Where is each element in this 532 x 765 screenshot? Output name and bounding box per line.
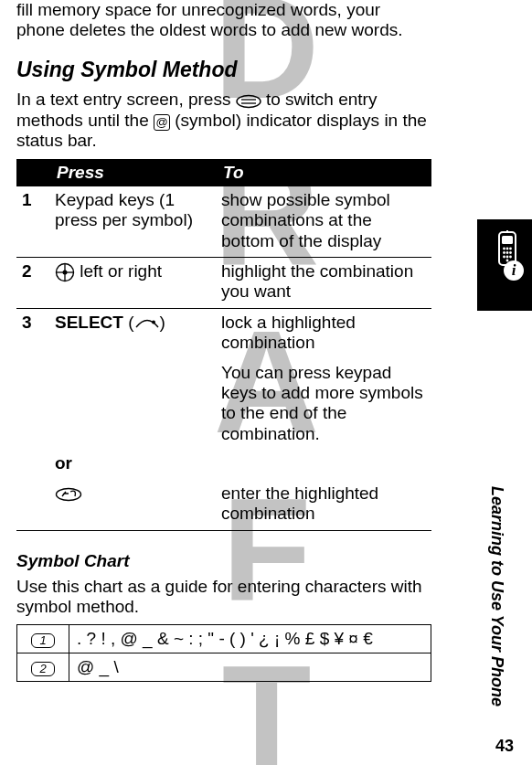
- step-2-press-text: left or right: [75, 261, 162, 281]
- symbol-chart-intro: Use this chart as a guide for entering c…: [16, 577, 431, 618]
- select-softkey-label: SELECT: [55, 313, 123, 332]
- key-2-symbols: @ _ \: [69, 653, 431, 682]
- step-2-number: 2: [16, 258, 49, 309]
- heading-using-symbol-method: Using Symbol Method: [16, 58, 431, 82]
- step-2-press: left or right: [49, 258, 216, 309]
- symbol-chart-table: 1 . ? ! , @ _ & ~ : ; " - ( ) ' ¿ ¡ % £ …: [16, 624, 431, 682]
- right-softkey-icon: [134, 313, 160, 333]
- svg-text:i: i: [512, 261, 516, 279]
- step-1-number: 1: [16, 186, 49, 258]
- svg-point-15: [237, 95, 261, 107]
- step-3-press: SELECT ( ): [49, 308, 216, 450]
- svg-point-5: [503, 251, 505, 254]
- svg-point-7: [509, 251, 512, 254]
- at-squared-icon: @: [154, 114, 170, 131]
- svg-point-8: [503, 256, 505, 259]
- step-4-to: enter the highlighted combination: [216, 480, 431, 530]
- key-2-icon: 2: [31, 662, 55, 676]
- svg-point-10: [509, 256, 512, 259]
- svg-point-6: [506, 251, 509, 254]
- symbol-intro-paragraph: In a text entry screen, press to switch …: [16, 90, 431, 152]
- col-press-header: Press: [49, 159, 216, 186]
- svg-point-3: [506, 248, 509, 250]
- step-3-to-line2: You can press keypad keys to add more sy…: [221, 363, 426, 445]
- steps-table: Press To 1 Keypad keys (1 press per symb…: [16, 159, 431, 531]
- step-4-press: [49, 480, 216, 530]
- step-3-number: 3: [16, 308, 49, 450]
- svg-point-9: [506, 256, 509, 259]
- svg-point-2: [503, 248, 505, 250]
- or-label: or: [49, 450, 431, 479]
- key-1-cell: 1: [17, 625, 69, 653]
- dpad-icon: [55, 261, 75, 282]
- step-1-to: show possible symbol combinations at the…: [216, 186, 431, 258]
- chapter-tab: i: [477, 219, 532, 311]
- step-3-to-line1: lock a highlighted combination: [221, 313, 426, 354]
- svg-point-23: [57, 489, 81, 501]
- step-2-to: highlight the combination you want: [216, 258, 431, 309]
- ok-key-icon: [55, 483, 82, 504]
- key-1-icon: 1: [31, 633, 55, 648]
- svg-rect-1: [502, 236, 513, 244]
- key-1-symbols: . ? ! , @ _ & ~ : ; " - ( ) ' ¿ ¡ % £ $ …: [69, 625, 431, 653]
- svg-point-22: [152, 320, 155, 324]
- heading-symbol-chart: Symbol Chart: [16, 551, 431, 571]
- phone-info-icon: i: [484, 230, 525, 285]
- page-number: 43: [495, 737, 514, 756]
- step-1-press: Keypad keys (1 press per symbol): [49, 186, 216, 258]
- symbol-intro-text-a: In a text entry screen, press: [16, 90, 236, 109]
- svg-point-4: [509, 248, 512, 250]
- step-3-to: lock a highlighted combination You can p…: [216, 308, 431, 450]
- key-2-cell: 2: [17, 653, 69, 682]
- section-running-title: Learning to Use Your Phone: [487, 486, 506, 707]
- svg-point-11: [506, 260, 509, 262]
- menu-key-icon: [236, 90, 261, 111]
- col-to-header: To: [216, 159, 431, 186]
- prev-para-continuation: fill memory space for unrecognized words…: [16, 0, 431, 41]
